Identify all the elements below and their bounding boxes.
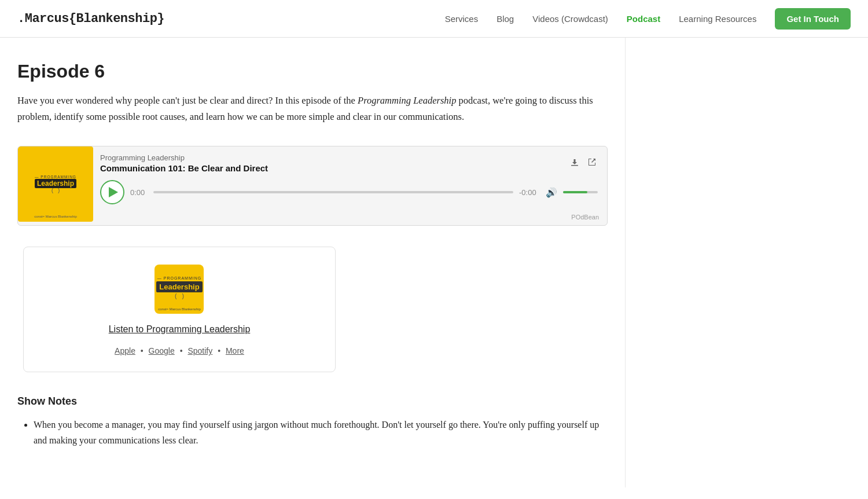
listen-apple-link[interactable]: Apple (115, 346, 135, 355)
player-right: Programming Leadership Communication 101… (93, 146, 607, 225)
thumb-author: const= Marcus Blankenship (158, 307, 201, 311)
main-content: Episode 6 Have you ever wondered why peo… (0, 38, 625, 487)
listen-card: — PROGRAMMING Leadership ( ) const= Marc… (23, 247, 336, 372)
artwork-leadership: Leadership (35, 179, 76, 188)
show-notes-item-1: When you become a manager, you may find … (34, 417, 608, 448)
thumb-leadership: Leadership (156, 281, 202, 292)
dot-3: • (218, 346, 223, 355)
thumb-braces: ( ) (174, 293, 185, 300)
nav-videos[interactable]: Videos (Crowdcast) (532, 14, 608, 24)
nav-podcast[interactable]: Podcast (627, 14, 660, 24)
time-current: 0:00 (130, 188, 148, 197)
player-footer-brand: POdBean (93, 212, 607, 225)
show-notes-section: Show Notes When you become a manager, yo… (17, 395, 608, 448)
listen-links: Apple • Google • Spotify • More (115, 346, 244, 355)
nav-blog[interactable]: Blog (496, 14, 514, 24)
player-download-button[interactable] (569, 156, 580, 170)
thumb-top-text: — PROGRAMMING (157, 276, 201, 280)
show-notes-title: Show Notes (17, 395, 608, 408)
description-italic: Programming Leadership (358, 95, 456, 106)
description-text-before-italic: Have you ever wondered why people can't … (17, 95, 358, 106)
svg-rect-0 (571, 165, 578, 166)
get-in-touch-button[interactable]: Get In Touch (775, 8, 851, 30)
listen-spotify-link[interactable]: Spotify (187, 346, 212, 355)
progress-bar[interactable] (153, 191, 513, 193)
main-nav: Services Blog Videos (Crowdcast) Podcast… (445, 8, 851, 30)
player-controls: 0:00 -0:00 🔊 (93, 175, 607, 212)
play-button[interactable] (100, 180, 124, 204)
player-show-name: Programming Leadership (100, 153, 268, 162)
play-icon (109, 187, 118, 197)
artwork-author: const= Marcus Blankenship (34, 215, 77, 218)
listen-more-link[interactable]: More (226, 346, 244, 355)
player-icons (569, 156, 598, 170)
site-logo[interactable]: .Marcus{Blankenship} (17, 12, 164, 26)
player-episode-title: Communication 101: Be Clear and Direct (100, 163, 268, 173)
sidebar (625, 38, 868, 487)
volume-icon: 🔊 (546, 187, 557, 198)
dot-2: • (180, 346, 185, 355)
dot-1: • (141, 346, 146, 355)
volume-bar[interactable] (563, 191, 598, 193)
listen-title-link[interactable]: Listen to Programming Leadership (109, 324, 251, 335)
artwork-top-text: — PROGRAMMING (35, 175, 76, 179)
player-external-button[interactable] (586, 156, 598, 170)
player-header: Programming Leadership Communication 101… (93, 146, 607, 175)
podcast-player: — PROGRAMMING Leadership ( ) const= Marc… (17, 146, 608, 226)
volume-bar-fill (563, 191, 587, 193)
artwork-braces: ( ) (51, 188, 60, 194)
nav-services[interactable]: Services (445, 14, 479, 24)
nav-learning[interactable]: Learning Resources (679, 14, 756, 24)
show-notes-list: When you become a manager, you may find … (17, 417, 608, 448)
time-remaining: -0:00 (519, 188, 540, 197)
site-header: .Marcus{Blankenship} Services Blog Video… (0, 0, 868, 38)
listen-google-link[interactable]: Google (149, 346, 175, 355)
podcast-thumbnail: — PROGRAMMING Leadership ( ) const= Marc… (155, 265, 204, 314)
player-artwork: — PROGRAMMING Leadership ( ) const= Marc… (18, 146, 93, 222)
episode-title: Episode 6 (17, 61, 608, 82)
player-title-block: Programming Leadership Communication 101… (100, 153, 268, 173)
episode-description: Have you ever wondered why people can't … (17, 93, 608, 125)
listen-card-inner: — PROGRAMMING Leadership ( ) const= Marc… (109, 265, 251, 355)
